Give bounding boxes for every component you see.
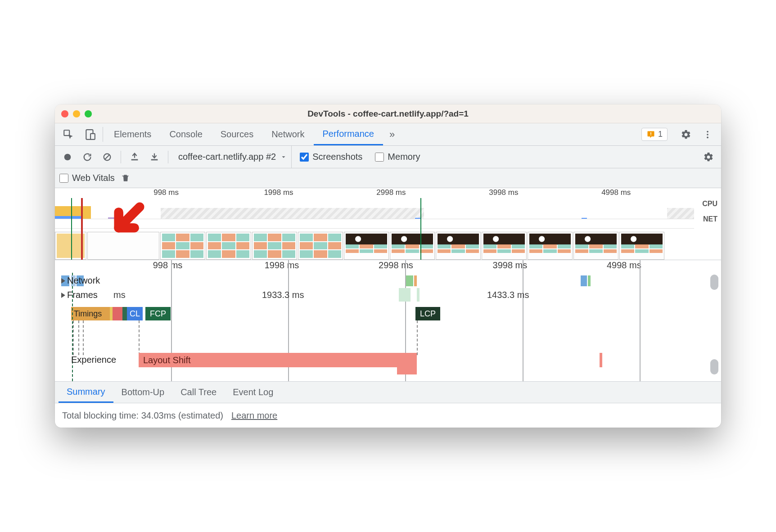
tabs-overflow-button[interactable]: »	[383, 123, 401, 145]
device-toolbar-icon[interactable]	[79, 123, 101, 145]
overview-tick-3: 3998 ms	[489, 188, 518, 197]
tab-sources[interactable]: Sources	[212, 123, 262, 145]
disclosure-icon	[61, 278, 65, 284]
record-button[interactable]	[59, 149, 76, 165]
recording-label: coffee-cart.netlify.app #2	[178, 152, 276, 162]
summary-content: Total blocking time: 34.03ms (estimated)…	[55, 403, 721, 428]
performance-toolbar: coffee-cart.netlify.app #2 Screenshots M…	[55, 146, 721, 168]
close-window-button[interactable]	[61, 110, 68, 117]
chevron-down-icon	[280, 154, 287, 160]
capture-settings-icon[interactable]	[700, 149, 717, 165]
inspect-element-icon[interactable]	[58, 123, 79, 145]
overview-filmstrip[interactable]	[55, 229, 694, 260]
overview-ruler: 998 ms 1998 ms 2998 ms 3998 ms 4998 ms	[55, 188, 694, 198]
window-title: DevTools - coffee-cart.netlify.app/?ad=1	[55, 109, 721, 119]
issues-badge[interactable]: 1	[641, 128, 668, 141]
maximize-window-button[interactable]	[85, 110, 92, 117]
issues-count: 1	[658, 130, 663, 139]
reload-record-button[interactable]	[79, 149, 95, 165]
svg-point-5	[707, 131, 708, 132]
overview-timeline[interactable]: 998 ms 1998 ms 2998 ms 3998 ms 4998 ms	[55, 188, 721, 260]
disclosure-icon	[61, 293, 65, 298]
tab-console[interactable]: Console	[160, 123, 211, 145]
overview-tick-0: 998 ms	[153, 188, 179, 197]
screenshots-checkbox-input[interactable]	[300, 153, 309, 162]
frame-time-0: ms	[113, 290, 126, 300]
svg-rect-2	[90, 133, 95, 139]
overview-lane-labels: CPU NET	[694, 198, 721, 229]
frames-track-header[interactable]: Frames	[59, 290, 99, 300]
tab-performance[interactable]: Performance	[314, 123, 383, 145]
network-track-header[interactable]: Network	[59, 275, 102, 286]
clear-button[interactable]	[99, 149, 115, 165]
learn-more-link[interactable]: Learn more	[231, 410, 277, 421]
tab-bottom-up[interactable]: Bottom-Up	[113, 382, 173, 403]
memory-checkbox-input[interactable]	[375, 153, 384, 162]
devtools-tabbar: Elements Console Sources Network Perform…	[55, 123, 721, 146]
save-profile-icon[interactable]	[146, 149, 162, 165]
lcp-marker[interactable]: LCP	[415, 307, 440, 320]
frame-time-1: 1933.3 ms	[262, 290, 304, 300]
web-vitals-checkbox[interactable]: Web Vitals	[59, 173, 115, 183]
timings-track[interactable]: Timings CL FCP	[71, 307, 171, 320]
flame-chart-panel[interactable]: 998 ms 1998 ms 2998 ms 3998 ms 4998 ms N…	[55, 260, 721, 382]
tab-summary[interactable]: Summary	[59, 382, 113, 403]
svg-rect-11	[131, 159, 138, 160]
frame-time-2: 1433.3 ms	[487, 290, 529, 300]
detail-tabs: Summary Bottom-Up Call Tree Event Log	[55, 382, 721, 403]
vertical-scrollbar-thumb[interactable]	[710, 275, 718, 290]
tbt-value: Total blocking time: 34.03ms (estimated)	[62, 410, 223, 421]
memory-checkbox[interactable]: Memory	[370, 152, 424, 162]
settings-icon[interactable]	[675, 129, 697, 140]
devtools-window: DevTools - coffee-cart.netlify.app/?ad=1…	[55, 104, 721, 428]
svg-line-10	[105, 154, 110, 159]
cl-marker[interactable]: CL	[127, 307, 143, 320]
timings-label: Timings	[71, 307, 110, 320]
traffic-lights	[61, 110, 92, 117]
layout-shift-block[interactable]: Layout Shift	[139, 353, 417, 367]
tab-network[interactable]: Network	[262, 123, 313, 145]
annotation-arrow-icon	[113, 202, 145, 233]
kebab-menu-icon[interactable]	[697, 130, 718, 140]
svg-rect-3	[650, 132, 651, 134]
web-vitals-checkbox-input[interactable]	[59, 174, 68, 183]
fcp-marker[interactable]: FCP	[145, 307, 171, 320]
overview-cpu-lane	[55, 198, 694, 219]
overview-tick-1: 1998 ms	[264, 188, 293, 197]
svg-point-6	[707, 134, 708, 135]
overview-net-lane	[55, 219, 694, 229]
overview-tick-4: 4998 ms	[601, 188, 631, 197]
screenshots-checkbox[interactable]: Screenshots	[295, 152, 367, 162]
svg-rect-12	[151, 159, 158, 160]
tab-event-log[interactable]: Event Log	[225, 382, 281, 403]
tab-call-tree[interactable]: Call Tree	[172, 382, 225, 403]
load-profile-icon[interactable]	[126, 149, 143, 165]
flame-ruler: 998 ms 1998 ms 2998 ms 3998 ms 4998 ms	[55, 260, 703, 273]
svg-point-8	[64, 153, 71, 160]
layout-shift-mark[interactable]	[600, 353, 602, 367]
window-titlebar[interactable]: DevTools - coffee-cart.netlify.app/?ad=1	[55, 104, 721, 123]
tab-elements[interactable]: Elements	[105, 123, 160, 145]
net-lane-label: NET	[694, 213, 721, 229]
web-vitals-row: Web Vitals	[55, 168, 721, 188]
svg-point-7	[707, 136, 708, 138]
cpu-lane-label: CPU	[694, 198, 721, 213]
trash-icon[interactable]	[121, 173, 134, 183]
minimize-window-button[interactable]	[73, 110, 80, 117]
vertical-scrollbar-thumb-2[interactable]	[710, 359, 718, 374]
overview-tick-2: 2998 ms	[376, 188, 406, 197]
recording-selector[interactable]: coffee-cart.netlify.app #2	[174, 146, 292, 168]
svg-rect-4	[650, 135, 651, 135]
experience-track-header[interactable]: Experience	[71, 355, 116, 365]
